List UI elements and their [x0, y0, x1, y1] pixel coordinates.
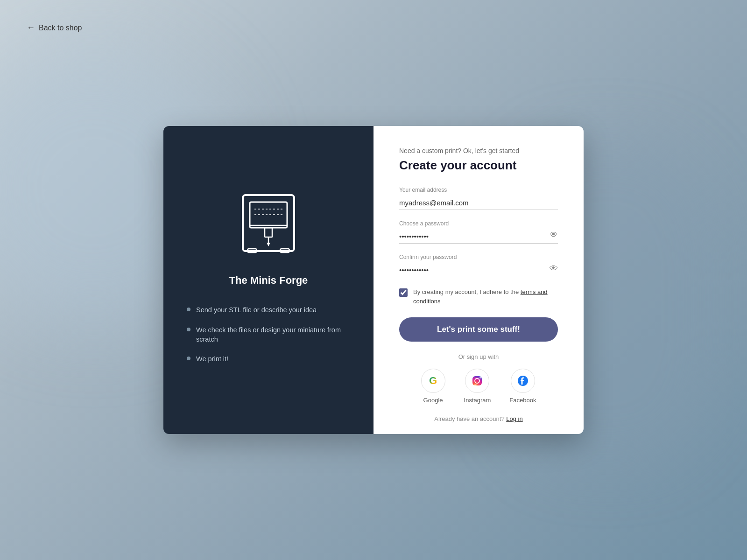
- email-input[interactable]: [399, 196, 558, 210]
- already-account-text: Already have an account?: [434, 415, 504, 422]
- left-panel: The Minis Forge Send your STL file or de…: [163, 126, 374, 434]
- facebook-label: Facebook: [509, 397, 536, 404]
- google-label: Google: [423, 397, 443, 404]
- features-list: Send your STL file or describe your idea…: [182, 305, 355, 374]
- confirm-password-label: Confirm your password: [399, 254, 558, 260]
- back-to-shop-button[interactable]: ← Back to shop: [27, 23, 82, 33]
- email-label: Your email address: [399, 187, 558, 193]
- confirm-password-input[interactable]: [399, 263, 558, 277]
- form-subtitle: Need a custom print? Ok, let's get start…: [399, 147, 558, 154]
- social-row: G Google: [399, 369, 558, 404]
- confirm-eye-icon[interactable]: 👁: [550, 264, 558, 273]
- password-group: Choose a password 👁: [399, 220, 558, 244]
- terms-checkbox-row: By creating my account, I adhere to the …: [399, 287, 558, 306]
- right-panel: Need a custom print? Ok, let's get start…: [374, 126, 584, 434]
- feature-item-2: We check the files or design your miniat…: [187, 325, 350, 344]
- email-group: Your email address: [399, 187, 558, 210]
- bullet-2: [187, 328, 190, 331]
- back-to-shop-label: Back to shop: [39, 24, 82, 32]
- arrow-left-icon: ←: [27, 23, 35, 33]
- feature-item-1: Send your STL file or describe your idea: [187, 305, 350, 315]
- password-label: Choose a password: [399, 220, 558, 227]
- login-link[interactable]: Log in: [506, 415, 522, 422]
- create-account-button[interactable]: Let's print some stuff!: [399, 317, 558, 342]
- bullet-3: [187, 357, 190, 360]
- svg-point-12: [480, 377, 481, 378]
- password-input[interactable]: [399, 230, 558, 244]
- login-row: Already have an account? Log in: [399, 415, 558, 422]
- terms-checkbox[interactable]: [399, 288, 408, 297]
- instagram-signup[interactable]: Instagram: [464, 369, 491, 404]
- facebook-icon-circle: [511, 369, 535, 393]
- google-icon: G: [429, 375, 437, 387]
- bullet-1: [187, 308, 190, 311]
- password-eye-icon[interactable]: 👁: [550, 230, 558, 240]
- confirm-password-group: Confirm your password 👁: [399, 254, 558, 277]
- facebook-signup[interactable]: Facebook: [509, 369, 536, 404]
- printer-icon: [226, 181, 310, 265]
- form-title: Create your account: [399, 158, 558, 173]
- instagram-icon-circle: [465, 369, 489, 393]
- brand-name: The Minis Forge: [229, 274, 308, 287]
- terms-label: By creating my account, I adhere to the …: [413, 287, 558, 306]
- google-icon-circle: G: [421, 369, 445, 393]
- svg-rect-3: [265, 228, 272, 237]
- main-card: The Minis Forge Send your STL file or de…: [163, 126, 584, 434]
- or-signup-text: Or sign up with: [399, 353, 558, 360]
- feature-item-3: We print it!: [187, 354, 350, 364]
- facebook-icon: [517, 375, 529, 387]
- instagram-icon: [471, 375, 483, 387]
- instagram-label: Instagram: [464, 397, 491, 404]
- svg-marker-5: [267, 243, 270, 246]
- google-signup[interactable]: G Google: [421, 369, 445, 404]
